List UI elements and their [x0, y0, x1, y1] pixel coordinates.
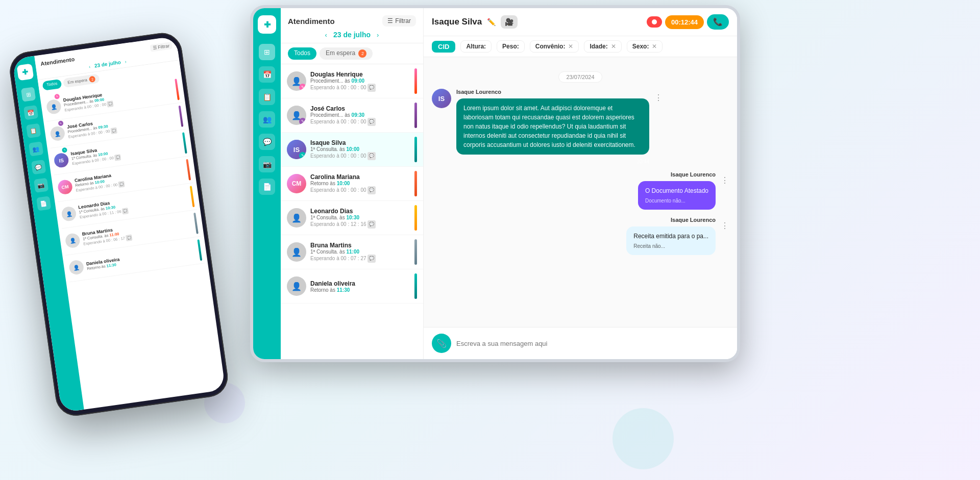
message-options-icon[interactable]: ⋮: [721, 175, 729, 185]
peso-label: Peso:: [502, 43, 519, 50]
phone-tab-todos[interactable]: Todos: [42, 79, 62, 91]
tab-todos[interactable]: Todos: [288, 47, 316, 60]
patient-info: Bruna Martins 1ª Consulta. às 11:00 Espe…: [310, 242, 410, 263]
pencil-badge-icon: ✎: [58, 125, 63, 126]
tablet-nav-doc[interactable]: 📄: [259, 179, 275, 195]
phone-nav-doc[interactable]: 📄: [36, 196, 51, 211]
patient-wait: Esperando à 00 : 12 : 16 💬: [310, 220, 410, 229]
color-bar: [414, 103, 417, 128]
tab-em-espera[interactable]: Em espera 2: [320, 47, 373, 60]
phone-nav-chat[interactable]: 💬: [31, 160, 46, 174]
msg-icon: 💬: [368, 84, 376, 92]
phone-nav-home[interactable]: ⊞: [21, 87, 36, 102]
tablet-nav-chat[interactable]: 💬: [259, 134, 275, 150]
cid-badge[interactable]: CID: [432, 41, 455, 53]
chat-patient-name: Isaque Silva: [432, 17, 482, 27]
phone-nav-clipboard[interactable]: 📋: [26, 123, 41, 138]
tablet-nav-camera[interactable]: 📷: [259, 156, 275, 172]
msg-text: O Documento Atestado: [645, 186, 708, 195]
tablet-patient-list: 👤 ✎ Douglas Henrique Procediment... às 0…: [281, 64, 423, 359]
record-button[interactable]: [647, 16, 662, 28]
altura-field[interactable]: Altura:: [460, 40, 492, 53]
msg-icon: 💬: [368, 220, 376, 229]
phone-nav-users[interactable]: 👥: [29, 141, 43, 156]
list-item[interactable]: 👤 Leonardo Dias 1ª Consulta. às 10:30 Es…: [281, 201, 423, 235]
proc-text: Procediment... às: [310, 112, 350, 118]
message-sender: Isaque Lourenco: [671, 171, 716, 178]
color-bar: [414, 137, 417, 162]
patient-info-bar: CID Altura: Peso: Convênio: ✕ Idade: ✕ S…: [424, 36, 737, 57]
patient-name: Leonardo Dias: [310, 208, 410, 215]
proc-text: 1ª Consulta. às: [310, 146, 345, 152]
patient-wait: Esperando à 00 : 00 : 00 💬: [310, 152, 410, 160]
prev-date-arrow[interactable]: ‹: [88, 64, 90, 69]
pencil-badge-icon: ✎: [62, 152, 67, 153]
peso-field[interactable]: Peso:: [497, 40, 525, 53]
list-item[interactable]: IS ✎ Isaque Silva 1ª Consulta. às 10:00 …: [281, 133, 423, 167]
next-date-arrow[interactable]: ›: [377, 31, 379, 39]
phone-nav-camera[interactable]: 📷: [34, 178, 48, 193]
phone-mockup: ✚ ⊞ 📅 📋 👥 💬 📷 📄 Atendimento ☰ Filtrar ‹: [7, 31, 230, 418]
idade-label: Idade:: [590, 43, 607, 50]
convenio-close-icon[interactable]: ✕: [568, 43, 573, 50]
chat-input-bar: 📎: [424, 327, 737, 359]
list-item[interactable]: 👤 ✎ Douglas Henrique Procediment... às 0…: [281, 64, 423, 98]
sexo-close-icon[interactable]: ✕: [652, 43, 657, 50]
phone-tab-badge: 2: [89, 75, 96, 83]
chat-messages: 23/07/2024 IS Isaque Lourenco Lorem ipsu…: [424, 57, 737, 327]
patient-procedure: 1ª Consulta. às 10:00: [310, 146, 410, 152]
list-item[interactable]: 👤 Daniela oliveira Retorno às 11:30: [281, 269, 423, 304]
tablet-logo-icon: ✚: [258, 15, 276, 34]
prev-date-arrow[interactable]: ‹: [325, 31, 327, 39]
chat-input[interactable]: [456, 340, 729, 347]
tablet-filter-button[interactable]: ☰ Filtrar: [382, 15, 416, 27]
date-divider: 23/07/2024: [432, 71, 729, 83]
msg-icon: 💬: [122, 208, 129, 215]
sexo-field[interactable]: Sexo: ✕: [627, 40, 663, 53]
message-options-icon[interactable]: ⋮: [654, 93, 663, 103]
proc-text: 1ª Consulta. às: [310, 215, 345, 220]
tablet-nav-clipboard[interactable]: 📋: [259, 89, 275, 105]
message-row: ⋮ Isaque Lourenco O Documento Atestado D…: [432, 171, 729, 210]
pencil-badge-icon: ✎: [299, 84, 306, 91]
proc-text: 1ª Consulta. às: [310, 249, 345, 255]
patient-avatar: 👤: [65, 233, 81, 249]
attach-button[interactable]: 📎: [432, 334, 451, 353]
patient-avatar: CM: [287, 174, 306, 193]
patient-avatar: 👤: [287, 242, 306, 262]
idade-close-icon[interactable]: ✕: [611, 43, 616, 50]
phone-filter-button[interactable]: ☰ Filtrar: [150, 42, 173, 52]
current-date: 23 de julho: [94, 59, 121, 68]
list-item[interactable]: 👤 ✎ José Carlos Procediment... às 09:30 …: [281, 98, 423, 133]
tablet-patient-list-panel: Atendimento ☰ Filtrar ‹ 23 de julho › To…: [281, 8, 424, 359]
patient-info: Leonardo Dias 1ª Consulta. às 10:30 Espe…: [310, 208, 410, 229]
color-bar: [414, 273, 417, 299]
next-date-arrow[interactable]: ›: [125, 59, 127, 64]
date-divider-label: 23/07/2024: [558, 71, 602, 83]
convenio-field[interactable]: Convênio: ✕: [530, 40, 579, 53]
phone-call-button[interactable]: 📞: [707, 14, 729, 30]
wait-text: Esperando à 00 : 00 : 00: [310, 85, 366, 90]
tab-em-espera-badge: 2: [358, 49, 366, 58]
tablet-nav-calendar[interactable]: 📅: [259, 66, 275, 83]
edit-name-icon[interactable]: ✏️: [487, 18, 496, 26]
msg-icon: 💬: [110, 127, 117, 134]
message-row: ⋮ Isaque Lourenco Receita emitida para o…: [432, 217, 729, 255]
list-item[interactable]: CM Carolina Mariana Retorno às 10:00 Esp…: [281, 167, 423, 201]
phone-nav-calendar[interactable]: 📅: [23, 105, 38, 120]
video-call-button[interactable]: 🎥: [501, 15, 518, 29]
patient-info: Isaque Silva 1ª Consulta. às 10:00 Esper…: [310, 139, 410, 160]
patient-name: Daniela oliveira: [310, 280, 410, 287]
tablet-mockup: ✚ ⊞ 📅 📋 👥 💬 📷 📄 Atendimento ☰ Filtrar: [250, 5, 740, 362]
tablet-nav-home[interactable]: ⊞: [259, 44, 275, 60]
idade-field[interactable]: Idade: ✕: [584, 40, 621, 53]
msg-subtext: Receita não...: [633, 242, 708, 250]
patient-avatar: IS ✎: [53, 152, 69, 168]
patient-wait: Esperando à 00 : 00 : 00 💬: [310, 84, 410, 92]
message-options-icon[interactable]: ⋮: [721, 221, 729, 231]
list-item[interactable]: 👤 Bruna Martins 1ª Consulta. às 11:00 Es…: [281, 235, 423, 269]
message-sender: Isaque Lourenco: [671, 217, 716, 223]
patient-procedure: 1ª Consulta. às 11:00: [310, 249, 410, 255]
current-date: 23 de julho: [333, 31, 371, 39]
tablet-nav-users[interactable]: 👥: [259, 111, 275, 128]
